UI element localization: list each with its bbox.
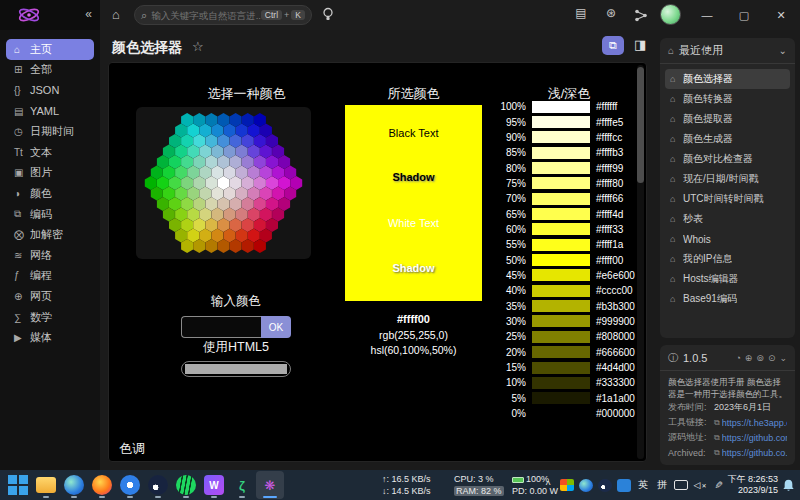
info-row-link[interactable]: https://github.com...: [722, 433, 787, 443]
user-avatar[interactable]: [660, 4, 681, 25]
sidebar-item-全部[interactable]: ⊞全部: [6, 60, 94, 81]
sidebar-item-文本[interactable]: Tt文本: [6, 142, 94, 163]
sidebar-item-图片[interactable]: ▣图片: [6, 163, 94, 184]
home-icon[interactable]: ⌂: [112, 7, 120, 22]
recent-item-颜色生成器[interactable]: ⌂颜色生成器: [665, 129, 790, 149]
recent-item-UTC时间转时间戳[interactable]: ⌂UTC时间转时间戳: [665, 189, 790, 209]
window-minimize-button[interactable]: —: [690, 0, 724, 30]
sidebar-item-颜色[interactable]: ◑颜色: [6, 183, 94, 204]
shade-swatch[interactable]: [532, 377, 590, 389]
github-icon[interactable]: ⊚: [756, 353, 764, 363]
shade-swatch[interactable]: [532, 193, 590, 205]
shade-swatch[interactable]: [532, 131, 590, 143]
html5-color-input[interactable]: [181, 361, 291, 377]
taskbar-app-explorer[interactable]: [32, 471, 60, 499]
tips-bulb-icon[interactable]: [322, 7, 334, 22]
window-close-button[interactable]: ✕: [764, 0, 798, 30]
tray-expand-icon[interactable]: ^: [541, 477, 555, 493]
sidebar-collapse-icon[interactable]: «: [85, 7, 92, 21]
tool-info-header[interactable]: ⓘ 1.0.5 ◔ ⊕ ⊚ ⊙ ⌄: [660, 345, 795, 371]
taskbar-app-firefox[interactable]: [88, 471, 116, 499]
tray-ime-pinyin-icon[interactable]: 拼: [655, 477, 669, 493]
shade-swatch[interactable]: [532, 239, 590, 251]
shade-swatch[interactable]: [532, 346, 590, 358]
taskbar-app-petal[interactable]: [116, 471, 144, 499]
chevron-down-icon[interactable]: ⌄: [779, 353, 787, 363]
shade-swatch[interactable]: [532, 408, 590, 420]
panel-scrollbar-thumb[interactable]: [637, 67, 644, 183]
tray-mute-icon[interactable]: [693, 477, 707, 493]
tray-edge-small-icon[interactable]: [579, 479, 593, 492]
sidebar-item-编码[interactable]: ⧉编码: [6, 204, 94, 225]
shade-swatch[interactable]: [532, 331, 590, 343]
taskbar-app-steam[interactable]: [144, 471, 172, 499]
tray-ms365-icon[interactable]: [560, 479, 574, 491]
palette-icon[interactable]: ◔: [735, 353, 740, 363]
sidebar-item-媒体[interactable]: ▶媒体: [6, 327, 94, 348]
panel-toggle-icon[interactable]: ◨: [634, 37, 646, 52]
recent-item-颜色选择器[interactable]: ⌂颜色选择器: [665, 69, 790, 89]
taskbar-app-wallpaper[interactable]: W: [200, 471, 228, 499]
shade-swatch[interactable]: [532, 101, 590, 113]
tray-cast-icon[interactable]: [674, 480, 688, 490]
favorite-star-icon[interactable]: ☆: [192, 39, 204, 54]
tray-bluebox-icon[interactable]: [617, 479, 631, 492]
recent-item-颜色转换器[interactable]: ⌂颜色转换器: [665, 89, 790, 109]
tray-ime-en-icon[interactable]: 英: [636, 477, 650, 493]
sidebar-item-编程[interactable]: ƒ编程: [6, 266, 94, 287]
search-input[interactable]: [151, 10, 261, 21]
sidebar-item-网页[interactable]: ⊕网页: [6, 286, 94, 307]
taskbar-clock[interactable]: 下午 8:26:53 2023/9/15: [727, 474, 778, 496]
shade-swatch[interactable]: [532, 116, 590, 128]
recent-item-Whois[interactable]: ⌂Whois: [665, 229, 790, 249]
shade-swatch[interactable]: [532, 315, 590, 327]
window-restore-button[interactable]: ▢: [727, 0, 761, 30]
shade-swatch[interactable]: [532, 285, 590, 297]
ok-button[interactable]: OK: [261, 316, 291, 338]
taskbar-app-start[interactable]: [4, 471, 32, 499]
tray-pen-icon[interactable]: ✎: [711, 478, 727, 492]
copy-tool-button[interactable]: ⧉: [602, 36, 624, 55]
taskbar-app-he3[interactable]: ❋: [256, 471, 284, 499]
color-input-field[interactable]: [181, 316, 261, 338]
hex-color-wheel[interactable]: [136, 107, 311, 259]
shade-swatch[interactable]: [532, 177, 590, 189]
sidebar-item-网络[interactable]: ≋网络: [6, 245, 94, 266]
share-icon[interactable]: [632, 9, 650, 22]
changelog-icon[interactable]: ▤: [572, 6, 590, 20]
recent-item-Hosts编辑器[interactable]: ⌂Hosts编辑器: [665, 269, 790, 289]
shade-swatch[interactable]: [532, 362, 590, 374]
sidebar-item-数学[interactable]: ∑数学: [6, 307, 94, 328]
hex-color-wheel-svg[interactable]: [136, 107, 311, 259]
sidebar-item-YAML[interactable]: ▤YAML: [6, 101, 94, 122]
tray-steam-small-icon[interactable]: [598, 479, 612, 492]
sidebar-item-加解密[interactable]: ⨂加解密: [6, 224, 94, 245]
check-icon[interactable]: ⊙: [768, 353, 776, 363]
info-row-link[interactable]: https://github.co...: [722, 448, 787, 458]
recent-used-header[interactable]: ⌂ 最近使用 ⌄: [660, 38, 795, 64]
sidebar-item-日期时间[interactable]: ◷日期时间: [6, 121, 94, 142]
shade-swatch[interactable]: [532, 208, 590, 220]
recent-item-颜色对比检查器[interactable]: ⌂颜色对比检查器: [665, 149, 790, 169]
recent-item-我的IP信息[interactable]: ⌂我的IP信息: [665, 249, 790, 269]
shade-swatch[interactable]: [532, 254, 590, 266]
shade-swatch[interactable]: [532, 269, 590, 281]
shade-swatch[interactable]: [532, 300, 590, 312]
recent-item-秒表[interactable]: ⌂秒表: [665, 209, 790, 229]
recent-item-现在/日期/时间戳[interactable]: ⌂现在/日期/时间戳: [665, 169, 790, 189]
taskbar-app-spotify[interactable]: [172, 471, 200, 499]
sidebar-item-JSON[interactable]: {}JSON: [6, 80, 94, 101]
shade-swatch[interactable]: [532, 392, 590, 404]
globe-icon[interactable]: ⊕: [745, 353, 753, 363]
recent-item-Base91编码[interactable]: ⌂Base91编码: [665, 289, 790, 309]
browser-icon[interactable]: ⊛: [602, 6, 620, 20]
shade-swatch[interactable]: [532, 162, 590, 174]
sidebar-item-主页[interactable]: ⌂主页: [6, 39, 94, 60]
recent-item-颜色提取器[interactable]: ⌂颜色提取器: [665, 109, 790, 129]
notification-bell-icon[interactable]: [782, 479, 795, 492]
taskbar-app-clash[interactable]: ζ: [228, 471, 256, 499]
taskbar-app-edge[interactable]: [60, 471, 88, 499]
info-row-link[interactable]: https://t.he3app.co...: [722, 418, 787, 428]
shade-swatch[interactable]: [532, 147, 590, 159]
global-search[interactable]: ⌕ Ctrl + K: [134, 5, 312, 25]
